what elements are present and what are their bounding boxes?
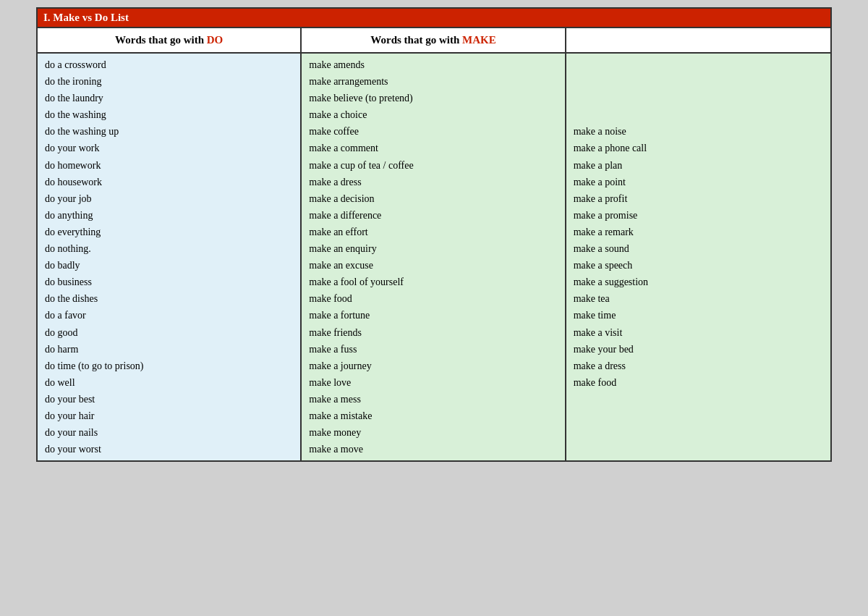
make-column-1: make amendsmake arrangementsmake believe… — [302, 54, 566, 460]
list-item: make a mistake — [309, 408, 557, 424]
list-item: make a suggestion — [574, 274, 823, 290]
list-item: do well — [45, 374, 293, 391]
list-item: do time (to go to prison) — [45, 358, 293, 374]
title-bar: I. Make vs Do List — [38, 9, 830, 28]
list-item: do business — [45, 274, 293, 290]
list-item: make a phone call — [574, 140, 823, 156]
list-item: do good — [45, 324, 293, 341]
list-item: do the laundry — [45, 90, 293, 106]
list-item: make an excuse — [309, 257, 557, 274]
list-item: do homework — [45, 157, 293, 174]
list-item — [574, 56, 823, 73]
list-item: make love — [309, 374, 557, 391]
list-item: make a profit — [574, 190, 823, 207]
list-item: do the dishes — [45, 290, 293, 307]
list-item: do harm — [45, 341, 293, 358]
make-header-2 — [566, 28, 830, 52]
list-item: make arrangements — [309, 73, 557, 90]
list-item: do a favor — [45, 307, 293, 324]
list-item: make a promise — [574, 207, 823, 224]
list-item — [574, 441, 823, 457]
list-item: make a cup of tea / coffee — [309, 157, 557, 174]
list-item: make friends — [309, 324, 557, 341]
list-item: make an enquiry — [309, 240, 557, 257]
list-item: do the washing up — [45, 123, 293, 140]
list-item: do everything — [45, 224, 293, 240]
list-item: make a noise — [574, 123, 823, 140]
list-item: make food — [574, 374, 823, 391]
list-item: do your best — [45, 391, 293, 408]
list-item — [574, 424, 823, 441]
header-row: Words that go with DO Words that go with… — [38, 28, 830, 54]
list-item: do your hair — [45, 408, 293, 424]
list-item — [574, 106, 823, 123]
list-item: make money — [309, 424, 557, 441]
list-item: make a dress — [309, 174, 557, 190]
list-item: make a choice — [309, 106, 557, 123]
main-container: I. Make vs Do List Words that go with DO… — [36, 7, 832, 462]
list-item: do your nails — [45, 424, 293, 441]
list-item: make coffee — [309, 123, 557, 140]
list-item: make a remark — [574, 224, 823, 240]
list-item: make a journey — [309, 358, 557, 374]
list-item: do your work — [45, 140, 293, 156]
list-item: make amends — [309, 56, 557, 73]
list-item: make a speech — [574, 257, 823, 274]
list-item: make your bed — [574, 341, 823, 358]
list-item — [574, 391, 823, 408]
list-item: make a plan — [574, 157, 823, 174]
list-item: make a decision — [309, 190, 557, 207]
list-item: make food — [309, 290, 557, 307]
list-item: make a fool of yourself — [309, 274, 557, 290]
list-item: do a crossword — [45, 56, 293, 73]
table-body: do a crossworddo the ironingdo the laund… — [38, 54, 830, 460]
list-item: do anything — [45, 207, 293, 224]
list-item: do the washing — [45, 106, 293, 123]
make-column-2: make a noisemake a phone callmake a plan… — [566, 54, 830, 460]
list-item: do housework — [45, 174, 293, 190]
list-item: do nothing. — [45, 240, 293, 257]
page-title: I. Make vs Do List — [43, 12, 129, 23]
do-header: Words that go with DO — [38, 28, 302, 52]
list-item: make a difference — [309, 207, 557, 224]
list-item: do your job — [45, 190, 293, 207]
list-item: make a move — [309, 441, 557, 457]
list-item: make a comment — [309, 140, 557, 156]
list-item: make a fuss — [309, 341, 557, 358]
list-item — [574, 73, 823, 90]
list-item: make a mess — [309, 391, 557, 408]
list-item: do the ironing — [45, 73, 293, 90]
list-item: make a visit — [574, 324, 823, 341]
do-column: do a crossworddo the ironingdo the laund… — [38, 54, 302, 460]
list-item — [574, 408, 823, 424]
list-item: make a sound — [574, 240, 823, 257]
list-item: make tea — [574, 290, 823, 307]
list-item: make believe (to pretend) — [309, 90, 557, 106]
list-item: make time — [574, 307, 823, 324]
list-item: make a fortune — [309, 307, 557, 324]
list-item: do your worst — [45, 441, 293, 457]
list-item: make an effort — [309, 224, 557, 240]
list-item: do badly — [45, 257, 293, 274]
list-item: make a point — [574, 174, 823, 190]
make-header: Words that go with MAKE — [302, 28, 566, 52]
list-item — [574, 90, 823, 106]
list-item: make a dress — [574, 358, 823, 374]
